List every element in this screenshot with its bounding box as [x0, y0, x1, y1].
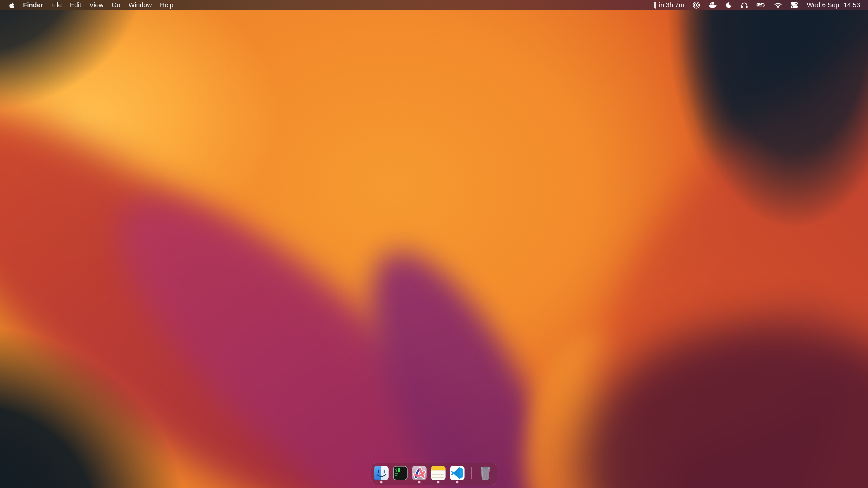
headphones-icon — [741, 2, 748, 8]
wifi-icon — [774, 2, 782, 8]
wallpaper-wedge-navy — [0, 0, 868, 488]
arc-browser-icon — [412, 466, 427, 480]
running-indicator — [437, 481, 439, 483]
menu-bar-status-area: in 3h 7m — [654, 1, 868, 9]
running-indicator — [418, 481, 421, 483]
menu-file[interactable]: File — [51, 1, 62, 9]
svg-text:$: $ — [395, 468, 397, 473]
battery-time-label: in 3h 7m — [659, 1, 684, 9]
docker-menu-item[interactable] — [709, 2, 717, 8]
battery-time-pill-icon — [654, 2, 656, 8]
vscode-icon — [450, 466, 465, 480]
dock-item-arc[interactable] — [412, 466, 427, 480]
clock-time: 14:53 — [844, 1, 860, 9]
dock-item-finder[interactable] — [374, 466, 389, 480]
battery-time-menu-item[interactable]: in 3h 7m — [654, 1, 684, 9]
menu-go[interactable]: Go — [112, 1, 121, 9]
menu-edit[interactable]: Edit — [70, 1, 81, 9]
wifi-menu-item[interactable] — [774, 2, 782, 8]
finder-icon — [374, 466, 389, 480]
dock-item-notes[interactable] — [431, 466, 445, 480]
terminal-icon: $ — [393, 466, 408, 480]
control-center-icon — [790, 2, 798, 8]
audio-output-menu-item[interactable] — [741, 2, 748, 8]
apple-logo-icon — [9, 2, 15, 8]
clock-date: Wed 6 Sep — [807, 1, 839, 9]
control-center-menu-item[interactable] — [790, 2, 798, 8]
trash-icon — [479, 466, 491, 480]
menu-view[interactable]: View — [89, 1, 103, 9]
notes-icon — [431, 466, 445, 480]
active-app-menu[interactable]: Finder — [23, 1, 43, 9]
one-password-icon — [692, 1, 700, 9]
running-indicator — [380, 481, 382, 483]
dock-item-trash[interactable] — [479, 466, 491, 480]
focus-menu-item[interactable] — [725, 2, 732, 8]
battery-charging-icon — [756, 3, 766, 8]
dock-item-terminal[interactable]: $ — [393, 466, 408, 480]
running-indicator — [456, 481, 458, 483]
battery-menu-item[interactable] — [756, 3, 766, 8]
menu-help[interactable]: Help — [160, 1, 174, 9]
focus-moon-icon — [725, 2, 732, 8]
dock-separator — [471, 467, 472, 480]
macos-desktop: Finder File Edit View Go Window Help in … — [0, 0, 868, 488]
menu-bar-left: Finder File Edit View Go Window Help — [0, 1, 174, 9]
desktop-wallpaper[interactable] — [0, 0, 868, 488]
dock-item-vscode[interactable] — [450, 466, 465, 480]
menu-bar: Finder File Edit View Go Window Help in … — [0, 0, 868, 10]
dock: $ — [371, 463, 497, 485]
docker-icon — [709, 2, 717, 8]
one-password-menu-item[interactable] — [692, 1, 700, 9]
menu-bar-clock[interactable]: Wed 6 Sep 14:53 — [807, 1, 860, 9]
menu-window[interactable]: Window — [128, 1, 152, 9]
apple-menu[interactable] — [9, 2, 15, 8]
